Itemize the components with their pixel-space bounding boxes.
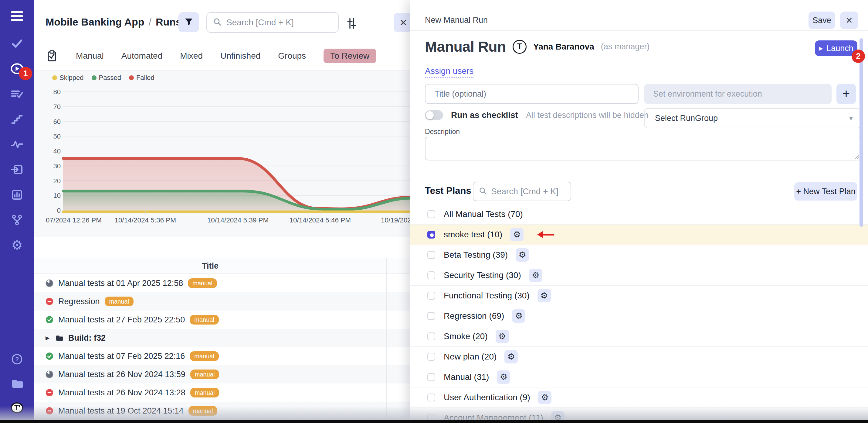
manual-badge: manual xyxy=(190,351,219,361)
search-icon xyxy=(479,187,487,196)
gear-icon: ⚙ xyxy=(541,393,549,402)
plan-settings-button[interactable]: ⚙ xyxy=(497,370,510,384)
test-plan-row[interactable]: Manual (31)⚙ xyxy=(410,367,868,388)
table-row[interactable]: Manual tests at 01 Apr 2025 12:58 manual xyxy=(34,274,413,292)
test-plans-search-input[interactable] xyxy=(491,186,565,197)
display-settings-icon[interactable] xyxy=(345,17,358,31)
plan-settings-button[interactable]: ⚙ xyxy=(512,309,525,323)
plan-checkbox[interactable] xyxy=(427,394,435,401)
plan-label: New plan (20) xyxy=(444,352,497,362)
manual-badge: manual xyxy=(188,278,217,288)
run-title: Manual tests at 27 Feb 2025 22:50 xyxy=(58,315,185,325)
plan-checkbox[interactable] xyxy=(427,271,435,279)
test-plan-row[interactable]: smoke test (10)⚙ xyxy=(410,225,868,245)
breadcrumb-project[interactable]: Mobile Banking App xyxy=(45,16,145,28)
test-plan-row[interactable]: All Manual Tests (70) xyxy=(410,204,868,225)
tab-groups[interactable]: Groups xyxy=(278,51,306,61)
steps-icon[interactable] xyxy=(10,112,24,126)
plan-checkbox[interactable] xyxy=(427,373,435,381)
table-row[interactable]: Manual tests at 07 Feb 2025 22:16 manual xyxy=(34,347,413,365)
table-row[interactable]: Manual tests at 19 Oct 2024 15:14 manual xyxy=(34,402,413,420)
plan-settings-button[interactable]: ⚙ xyxy=(538,391,552,404)
plan-settings-button[interactable]: ⚙ xyxy=(504,350,518,363)
description-label: Description xyxy=(425,128,460,136)
filter-button[interactable] xyxy=(179,12,199,32)
description-textarea[interactable] xyxy=(425,137,861,161)
plan-settings-button[interactable]: ⚙ xyxy=(510,228,524,241)
tab-to-review[interactable]: To Review xyxy=(323,49,376,63)
gear-icon: ⚙ xyxy=(500,373,507,382)
status-failed-icon xyxy=(45,298,54,305)
manual-badge: manual xyxy=(190,315,219,325)
save-button[interactable]: Save xyxy=(808,11,835,29)
test-plan-row[interactable]: Beta Testing (39)⚙ xyxy=(410,245,868,265)
environment-input[interactable] xyxy=(644,84,832,104)
add-environment-button[interactable]: + xyxy=(836,84,856,104)
plan-checkbox[interactable] xyxy=(427,312,435,320)
column-header-title[interactable]: Title xyxy=(34,258,386,274)
plan-checkbox[interactable] xyxy=(427,210,435,218)
plan-settings-button[interactable]: ⚙ xyxy=(496,330,509,343)
test-plan-row[interactable]: Functional Testing (30)⚙ xyxy=(410,286,868,306)
close-button[interactable]: ✕ xyxy=(840,11,858,29)
menu-icon[interactable] xyxy=(10,11,24,25)
rungroup-select[interactable]: Select RunGroup ▾ xyxy=(644,108,861,128)
breadcrumb-page: Runs xyxy=(156,16,182,28)
tab-mixed[interactable]: Mixed xyxy=(180,51,203,61)
test-plan-row[interactable]: Security Testing (30)⚙ xyxy=(410,265,868,286)
analytics-icon[interactable] xyxy=(10,188,24,201)
runs-play-icon[interactable]: 1 xyxy=(10,62,24,75)
tab-automated[interactable]: Automated xyxy=(121,51,162,61)
plan-checkbox[interactable] xyxy=(427,353,435,361)
pulse-icon[interactable] xyxy=(10,138,24,151)
plan-settings-button[interactable]: ⚙ xyxy=(537,289,551,302)
plan-settings-button[interactable]: ⚙ xyxy=(529,269,542,282)
svg-text:10/14/2024 5:39 PM: 10/14/2024 5:39 PM xyxy=(207,216,269,224)
plan-checkbox[interactable] xyxy=(427,333,435,340)
test-plan-row[interactable]: Smoke (20)⚙ xyxy=(410,327,868,347)
run-as-checklist-toggle[interactable] xyxy=(425,110,443,120)
plan-checkbox[interactable] xyxy=(427,251,435,259)
svg-text:?: ? xyxy=(15,356,19,363)
legend-item-passed: Passed xyxy=(92,74,121,82)
plan-checkbox[interactable] xyxy=(427,292,435,300)
run-title: Build: f32 xyxy=(68,333,105,343)
expand-icon[interactable]: ▶ xyxy=(45,335,50,341)
help-icon[interactable]: ? xyxy=(10,352,24,366)
settings-gear-icon[interactable]: ⚙ xyxy=(10,238,24,252)
assign-users-link[interactable]: Assign users xyxy=(425,66,473,78)
test-plan-row[interactable]: New plan (20)⚙ xyxy=(410,347,868,367)
resize-handle-icon[interactable] xyxy=(854,154,860,161)
tasks-check-icon[interactable] xyxy=(10,37,24,50)
tab-unfinished[interactable]: Unfinished xyxy=(220,51,260,61)
status-in-progress-icon xyxy=(45,279,54,287)
test-plan-row[interactable]: Regression (69)⚙ xyxy=(410,306,868,327)
table-row[interactable]: Manual tests at 26 Nov 2024 13:59 manual xyxy=(34,365,413,384)
status-passed-icon xyxy=(45,316,54,323)
branches-icon[interactable] xyxy=(10,213,24,227)
table-row[interactable]: Manual tests at 27 Feb 2025 22:50 manual xyxy=(34,311,413,329)
checklist-icon[interactable] xyxy=(45,50,58,62)
sidebar-top-icons: 1⚙ xyxy=(0,11,34,252)
projects-folder-icon[interactable] xyxy=(10,377,24,390)
scrollbar-thumb[interactable] xyxy=(860,38,863,227)
plan-settings-button[interactable]: ⚙ xyxy=(516,248,529,262)
run-title-input[interactable] xyxy=(425,84,639,104)
test-list-icon[interactable] xyxy=(10,87,24,101)
avatar[interactable]: T xyxy=(513,40,527,54)
table-row-folder[interactable]: ▶ Build: f32 xyxy=(34,329,413,347)
logo-icon[interactable]: T xyxy=(10,401,24,415)
chevron-down-icon: ▾ xyxy=(849,114,853,122)
svg-text:0: 0 xyxy=(57,207,61,214)
search-input[interactable] xyxy=(226,17,332,28)
import-icon[interactable] xyxy=(10,163,24,176)
new-test-plan-button[interactable]: + New Test Plan xyxy=(794,182,857,201)
table-row[interactable]: Regression manual xyxy=(34,292,413,311)
svg-text:20: 20 xyxy=(54,177,61,185)
breadcrumb: Mobile Banking App / Runs xyxy=(45,12,182,32)
test-plan-row[interactable]: User Authentication (9)⚙ xyxy=(410,388,868,408)
tab-manual[interactable]: Manual xyxy=(76,51,104,61)
plan-checkbox[interactable] xyxy=(427,231,435,238)
table-row[interactable]: Manual tests at 26 Nov 2024 13:28 manual xyxy=(34,384,413,402)
launch-button[interactable]: ▶ Launch xyxy=(815,40,857,56)
